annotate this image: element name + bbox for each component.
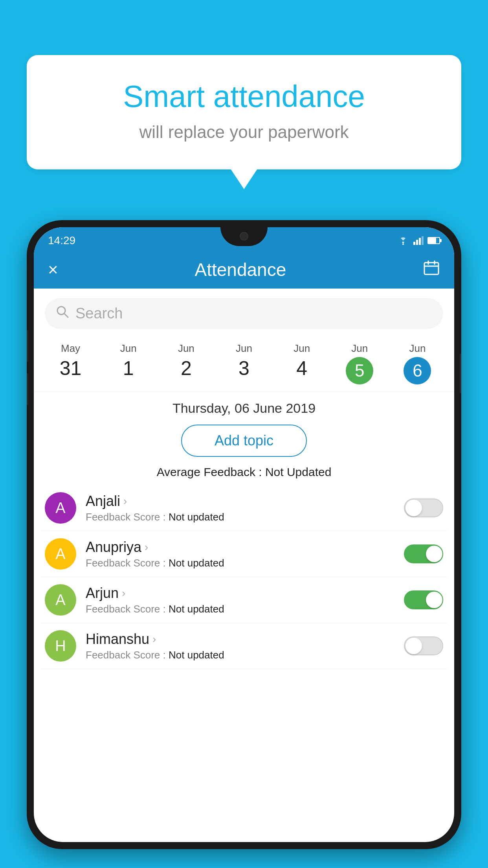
svg-rect-3 xyxy=(419,238,421,245)
date-scroller: May 31 Jun 1 Jun 2 Jun 3 Jun 4 Jun 5 xyxy=(34,335,454,392)
date-item-may31[interactable]: May 31 xyxy=(42,338,99,388)
speech-bubble: Smart attendance will replace your paper… xyxy=(27,55,461,169)
svg-rect-5 xyxy=(424,263,438,274)
feedback-score: Feedback Score : Not updated xyxy=(86,603,394,615)
phone-frame: 14:29 xyxy=(27,220,461,849)
add-topic-button[interactable]: Add topic xyxy=(181,425,307,457)
student-row: A Arjun › Feedback Score : Not updated P xyxy=(41,577,447,623)
phone-screen: 14:29 xyxy=(34,227,454,842)
search-icon xyxy=(56,305,69,322)
power-button xyxy=(460,354,461,393)
header-title: Attendance xyxy=(194,259,286,280)
speech-bubble-container: Smart attendance will replace your paper… xyxy=(27,55,461,169)
student-row: A Anjali › Feedback Score : Not updated … xyxy=(41,485,447,531)
student-info[interactable]: Anupriya › Feedback Score : Not updated xyxy=(86,539,394,569)
chevron-right-icon: › xyxy=(122,587,125,600)
chevron-right-icon: › xyxy=(123,495,127,508)
avatar: A xyxy=(45,492,76,524)
student-name: Himanshu › xyxy=(86,631,394,647)
attendance-toggle[interactable]: A xyxy=(404,636,443,655)
student-name: Anupriya › xyxy=(86,539,394,555)
student-row: H Himanshu › Feedback Score : Not update… xyxy=(41,623,447,669)
average-feedback: Average Feedback : Not Updated xyxy=(34,462,454,485)
selected-date: Thursday, 06 June 2019 xyxy=(34,392,454,420)
feedback-score: Feedback Score : Not updated xyxy=(86,557,394,569)
volume-down-button xyxy=(27,373,28,405)
app-header: × Attendance xyxy=(34,251,454,289)
svg-rect-2 xyxy=(416,240,418,245)
chevron-right-icon: › xyxy=(145,541,148,554)
student-row: A Anupriya › Feedback Score : Not update… xyxy=(41,531,447,577)
svg-rect-4 xyxy=(422,236,424,245)
svg-line-10 xyxy=(64,313,68,317)
student-name: Arjun › xyxy=(86,585,394,601)
toggle-container[interactable]: A xyxy=(404,636,443,655)
toggle-container[interactable]: P xyxy=(404,590,443,609)
camera xyxy=(240,232,248,241)
student-list: A Anjali › Feedback Score : Not updated … xyxy=(34,485,454,669)
attendance-toggle[interactable]: P xyxy=(404,590,443,609)
avatar: H xyxy=(45,630,76,662)
close-button[interactable]: × xyxy=(48,260,58,280)
volume-up-button xyxy=(27,330,28,362)
student-name: Anjali › xyxy=(86,493,394,509)
feedback-score: Feedback Score : Not updated xyxy=(86,511,394,523)
svg-rect-1 xyxy=(413,242,415,245)
attendance-toggle[interactable]: P xyxy=(404,544,443,563)
bubble-subtitle: will replace your paperwork xyxy=(58,122,430,142)
date-item-jun6[interactable]: Jun 6 xyxy=(389,338,446,388)
student-info[interactable]: Himanshu › Feedback Score : Not updated xyxy=(86,631,394,661)
status-icons xyxy=(397,236,440,245)
attendance-toggle[interactable]: A xyxy=(404,498,443,517)
feedback-score: Feedback Score : Not updated xyxy=(86,649,394,661)
wifi-icon xyxy=(397,236,409,245)
avatar: A xyxy=(45,538,76,570)
status-time: 14:29 xyxy=(48,234,75,247)
toggle-container[interactable]: A xyxy=(404,498,443,517)
student-info[interactable]: Arjun › Feedback Score : Not updated xyxy=(86,585,394,615)
signal-icon xyxy=(413,236,424,245)
date-item-jun5[interactable]: Jun 5 xyxy=(331,338,389,388)
date-item-jun2[interactable]: Jun 2 xyxy=(157,338,215,388)
date-item-jun3[interactable]: Jun 3 xyxy=(215,338,273,388)
avatar: A xyxy=(45,584,76,616)
date-item-jun1[interactable]: Jun 1 xyxy=(99,338,157,388)
date-item-jun4[interactable]: Jun 4 xyxy=(273,338,331,388)
bubble-title: Smart attendance xyxy=(58,79,430,114)
toggle-container[interactable]: P xyxy=(404,544,443,563)
search-bar[interactable]: Search xyxy=(45,298,443,329)
svg-point-0 xyxy=(402,243,404,245)
student-info[interactable]: Anjali › Feedback Score : Not updated xyxy=(86,493,394,523)
battery-icon xyxy=(427,237,440,244)
calendar-icon[interactable] xyxy=(423,259,440,280)
search-input[interactable]: Search xyxy=(75,305,123,322)
chevron-right-icon: › xyxy=(152,633,156,645)
